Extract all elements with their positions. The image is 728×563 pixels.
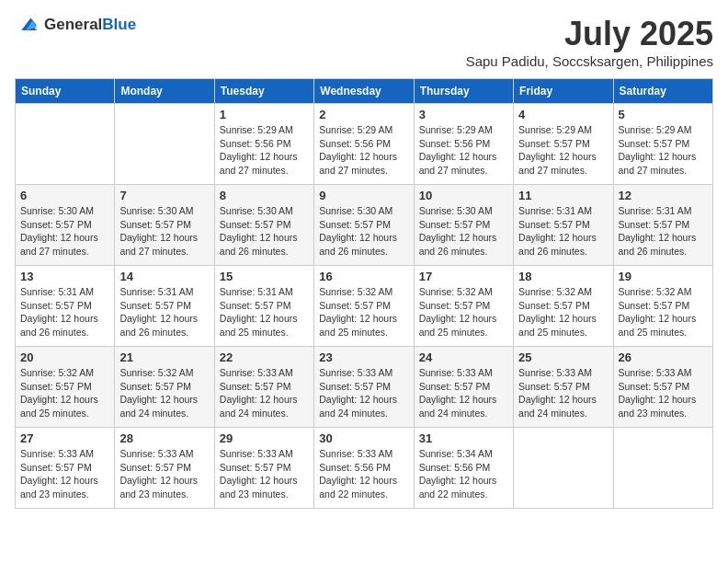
table-row: 7Sunrise: 5:30 AMSunset: 5:57 PMDaylight…	[115, 185, 214, 266]
cell-info: Sunrise: 5:33 AMSunset: 5:57 PMDaylight:…	[518, 366, 608, 420]
month-title: July 2025	[466, 15, 713, 53]
day-number: 30	[319, 431, 408, 445]
calendar-week-4: 20Sunrise: 5:32 AMSunset: 5:57 PMDayligh…	[16, 347, 713, 428]
table-row: 10Sunrise: 5:30 AMSunset: 5:57 PMDayligh…	[414, 185, 513, 266]
table-row: 4Sunrise: 5:29 AMSunset: 5:57 PMDaylight…	[514, 104, 613, 185]
table-row: 8Sunrise: 5:30 AMSunset: 5:57 PMDaylight…	[214, 185, 313, 266]
day-number: 14	[119, 270, 209, 283]
table-row: 14Sunrise: 5:31 AMSunset: 5:57 PMDayligh…	[115, 266, 214, 347]
calendar-header-row: Sunday Monday Tuesday Wednesday Thursday…	[16, 79, 713, 104]
logo: GeneralBlue	[15, 15, 136, 35]
table-row	[16, 104, 115, 185]
calendar-week-3: 13Sunrise: 5:31 AMSunset: 5:57 PMDayligh…	[16, 266, 713, 347]
calendar-week-1: 1Sunrise: 5:29 AMSunset: 5:56 PMDaylight…	[16, 104, 713, 185]
title-block: July 2025 Sapu Padidu, Soccsksargen, Phi…	[466, 15, 713, 69]
table-row: 6Sunrise: 5:30 AMSunset: 5:57 PMDaylight…	[16, 185, 115, 266]
day-number: 18	[518, 270, 608, 283]
cell-info: Sunrise: 5:33 AMSunset: 5:57 PMDaylight:…	[220, 447, 309, 501]
cell-info: Sunrise: 5:31 AMSunset: 5:57 PMDaylight:…	[119, 285, 209, 339]
day-number: 26	[619, 350, 708, 364]
calendar-table: Sunday Monday Tuesday Wednesday Thursday…	[15, 78, 713, 509]
table-row: 11Sunrise: 5:31 AMSunset: 5:57 PMDayligh…	[514, 185, 613, 266]
day-number: 23	[319, 350, 408, 364]
location-title: Sapu Padidu, Soccsksargen, Philippines	[466, 53, 713, 69]
table-row: 27Sunrise: 5:33 AMSunset: 5:57 PMDayligh…	[16, 428, 115, 509]
cell-info: Sunrise: 5:33 AMSunset: 5:57 PMDaylight:…	[419, 366, 508, 420]
table-row: 30Sunrise: 5:33 AMSunset: 5:56 PMDayligh…	[314, 428, 414, 509]
cell-info: Sunrise: 5:33 AMSunset: 5:57 PMDaylight:…	[319, 366, 408, 420]
cell-info: Sunrise: 5:32 AMSunset: 5:57 PMDaylight:…	[119, 366, 209, 420]
header-monday: Monday	[115, 79, 214, 104]
day-number: 13	[20, 270, 109, 283]
day-number: 16	[319, 270, 408, 283]
logo-general: General	[44, 16, 102, 33]
logo-blue: Blue	[102, 16, 136, 33]
table-row: 15Sunrise: 5:31 AMSunset: 5:57 PMDayligh…	[214, 266, 313, 347]
day-number: 9	[319, 189, 408, 202]
cell-info: Sunrise: 5:32 AMSunset: 5:57 PMDaylight:…	[518, 285, 608, 339]
day-number: 31	[419, 431, 508, 445]
cell-info: Sunrise: 5:33 AMSunset: 5:57 PMDaylight:…	[119, 447, 209, 501]
cell-info: Sunrise: 5:32 AMSunset: 5:57 PMDaylight:…	[20, 366, 109, 420]
table-row	[514, 428, 613, 509]
day-number: 21	[119, 350, 209, 364]
cell-info: Sunrise: 5:31 AMSunset: 5:57 PMDaylight:…	[518, 204, 608, 259]
day-number: 7	[119, 189, 209, 202]
cell-info: Sunrise: 5:29 AMSunset: 5:57 PMDaylight:…	[518, 123, 608, 178]
cell-info: Sunrise: 5:29 AMSunset: 5:57 PMDaylight:…	[619, 123, 708, 178]
table-row: 20Sunrise: 5:32 AMSunset: 5:57 PMDayligh…	[16, 347, 115, 428]
table-row: 9Sunrise: 5:30 AMSunset: 5:57 PMDaylight…	[314, 185, 414, 266]
cell-info: Sunrise: 5:31 AMSunset: 5:57 PMDaylight:…	[20, 285, 109, 339]
table-row: 19Sunrise: 5:32 AMSunset: 5:57 PMDayligh…	[613, 266, 712, 347]
table-row: 31Sunrise: 5:34 AMSunset: 5:56 PMDayligh…	[414, 428, 513, 509]
day-number: 27	[20, 431, 109, 445]
header-saturday: Saturday	[613, 79, 712, 104]
table-row	[115, 104, 214, 185]
day-number: 3	[419, 108, 508, 121]
cell-info: Sunrise: 5:34 AMSunset: 5:56 PMDaylight:…	[419, 447, 508, 501]
table-row: 25Sunrise: 5:33 AMSunset: 5:57 PMDayligh…	[514, 347, 613, 428]
day-number: 6	[20, 189, 109, 202]
cell-info: Sunrise: 5:30 AMSunset: 5:57 PMDaylight:…	[119, 204, 209, 259]
day-number: 22	[220, 350, 309, 364]
header-friday: Friday	[514, 79, 613, 104]
day-number: 5	[619, 108, 708, 121]
header-tuesday: Tuesday	[214, 79, 313, 104]
cell-info: Sunrise: 5:31 AMSunset: 5:57 PMDaylight:…	[619, 204, 708, 259]
table-row: 24Sunrise: 5:33 AMSunset: 5:57 PMDayligh…	[414, 347, 513, 428]
cell-info: Sunrise: 5:33 AMSunset: 5:56 PMDaylight:…	[319, 447, 408, 501]
cell-info: Sunrise: 5:29 AMSunset: 5:56 PMDaylight:…	[419, 123, 508, 178]
table-row: 13Sunrise: 5:31 AMSunset: 5:57 PMDayligh…	[16, 266, 115, 347]
header-wednesday: Wednesday	[314, 79, 414, 104]
day-number: 8	[220, 189, 309, 202]
cell-info: Sunrise: 5:31 AMSunset: 5:57 PMDaylight:…	[220, 285, 309, 339]
day-number: 24	[419, 350, 508, 364]
cell-info: Sunrise: 5:30 AMSunset: 5:57 PMDaylight:…	[319, 204, 408, 259]
day-number: 1	[220, 108, 309, 121]
cell-info: Sunrise: 5:29 AMSunset: 5:56 PMDaylight:…	[319, 123, 408, 178]
table-row: 1Sunrise: 5:29 AMSunset: 5:56 PMDaylight…	[214, 104, 313, 185]
header-thursday: Thursday	[414, 79, 513, 104]
cell-info: Sunrise: 5:30 AMSunset: 5:57 PMDaylight:…	[419, 204, 508, 259]
cell-info: Sunrise: 5:33 AMSunset: 5:57 PMDaylight:…	[220, 366, 309, 420]
table-row: 5Sunrise: 5:29 AMSunset: 5:57 PMDaylight…	[613, 104, 712, 185]
day-number: 11	[518, 189, 608, 202]
calendar-week-5: 27Sunrise: 5:33 AMSunset: 5:57 PMDayligh…	[16, 428, 713, 509]
day-number: 10	[419, 189, 508, 202]
day-number: 28	[119, 431, 209, 445]
day-number: 12	[619, 189, 708, 202]
day-number: 19	[619, 270, 708, 283]
day-number: 4	[518, 108, 608, 121]
table-row: 29Sunrise: 5:33 AMSunset: 5:57 PMDayligh…	[214, 428, 313, 509]
day-number: 2	[319, 108, 408, 121]
cell-info: Sunrise: 5:30 AMSunset: 5:57 PMDaylight:…	[20, 204, 109, 259]
table-row: 21Sunrise: 5:32 AMSunset: 5:57 PMDayligh…	[115, 347, 214, 428]
page-header: GeneralBlue July 2025 Sapu Padidu, Soccs…	[15, 15, 713, 69]
table-row: 17Sunrise: 5:32 AMSunset: 5:57 PMDayligh…	[414, 266, 513, 347]
table-row: 3Sunrise: 5:29 AMSunset: 5:56 PMDaylight…	[414, 104, 513, 185]
day-number: 29	[220, 431, 309, 445]
day-number: 25	[518, 350, 608, 364]
cell-info: Sunrise: 5:32 AMSunset: 5:57 PMDaylight:…	[419, 285, 508, 339]
cell-info: Sunrise: 5:32 AMSunset: 5:57 PMDaylight:…	[319, 285, 408, 339]
day-number: 15	[220, 270, 309, 283]
